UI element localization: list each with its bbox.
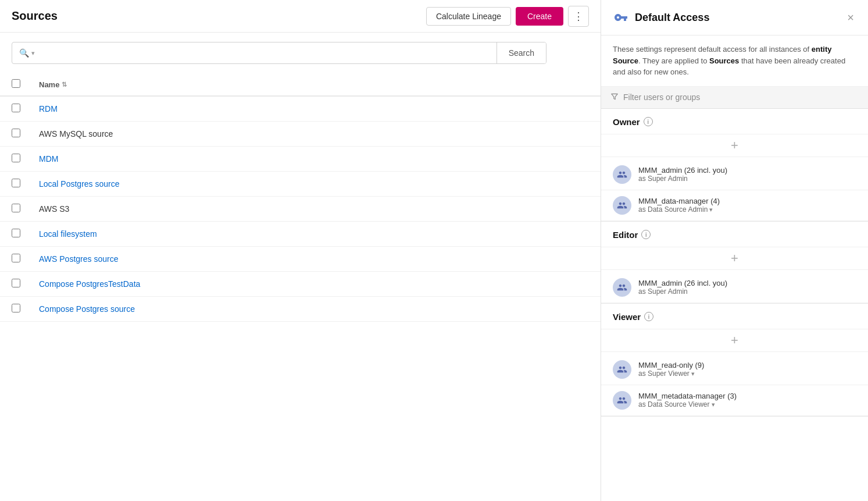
sources-table-section: Name ⇅ RDM AWS MySQL source MDM <box>0 73 601 501</box>
row-checkbox[interactable] <box>12 254 20 262</box>
search-bar: 🔍 ▾ Search <box>12 42 546 64</box>
member-row: MMM_admin (26 incl. you) as Super Admin <box>601 272 868 303</box>
name-column-label: Name <box>39 80 59 89</box>
row-checkbox-cell <box>0 272 30 297</box>
calculate-lineage-button[interactable]: Calculate Lineage <box>426 7 511 26</box>
table-row: AWS Postgres source <box>0 247 601 272</box>
header-actions: Calculate Lineage Create ⋮ <box>426 6 589 27</box>
table-row: MDM <box>0 147 601 172</box>
member-avatar <box>613 278 631 297</box>
row-name-cell: AWS Postgres source <box>30 247 601 272</box>
chevron-down-icon[interactable]: ▾ <box>709 206 713 214</box>
source-name: AWS MySQL source <box>39 129 113 138</box>
access-sections: Owner i + MMM_admin (26 incl. you) as Su… <box>601 109 868 417</box>
table-row: AWS S3 <box>0 197 601 222</box>
section-title-owner: Owner <box>613 117 640 127</box>
row-name-cell: Local Postgres source <box>30 172 601 197</box>
member-name: MMM_read-only (9) <box>638 361 856 369</box>
info-icon-owner[interactable]: i <box>644 117 653 126</box>
row-name-cell: AWS S3 <box>30 197 601 222</box>
member-info: MMM_metadata-manager (3) as Data Source … <box>638 392 856 408</box>
member-role: as Super Admin <box>638 175 856 183</box>
select-all-checkbox[interactable] <box>12 79 20 88</box>
member-name: MMM_metadata-manager (3) <box>638 392 856 400</box>
chevron-down-icon: ▾ <box>31 49 35 57</box>
panel-body: These settings represent default access … <box>601 35 868 501</box>
member-avatar <box>613 196 631 215</box>
filter-users-input[interactable] <box>623 93 859 102</box>
source-name: AWS S3 <box>39 204 69 214</box>
info-icon-editor[interactable]: i <box>641 230 651 239</box>
member-role: as Data Source Admin ▾ <box>638 205 856 214</box>
section-title-viewer: Viewer <box>613 312 641 322</box>
row-checkbox[interactable] <box>12 279 20 287</box>
add-area-editor: + <box>601 247 868 270</box>
section-owner: Owner i + MMM_admin (26 incl. you) as Su… <box>601 109 868 222</box>
search-button[interactable]: Search <box>496 42 546 63</box>
member-info: MMM_data-manager (4) as Data Source Admi… <box>638 197 856 214</box>
member-avatar <box>613 360 631 379</box>
row-name-cell: AWS MySQL source <box>30 122 601 147</box>
source-link[interactable]: Compose Postgres source <box>39 304 135 314</box>
search-input-wrapper: 🔍 ▾ <box>12 42 496 63</box>
source-link[interactable]: Local filesystem <box>39 229 97 239</box>
member-info: MMM_read-only (9) as Super Viewer ▾ <box>638 361 856 378</box>
source-link[interactable]: RDM <box>39 104 58 113</box>
chevron-down-icon[interactable]: ▾ <box>712 401 715 408</box>
member-avatar <box>613 165 631 184</box>
table-row: Compose PostgresTestData <box>0 272 601 297</box>
section-editor: Editor i + MMM_admin (26 incl. you) as S… <box>601 222 868 304</box>
search-input[interactable] <box>38 42 490 63</box>
table-row: Compose Postgres source <box>0 297 601 322</box>
row-checkbox-cell <box>0 247 30 272</box>
row-name-cell: Compose PostgresTestData <box>30 272 601 297</box>
section-header-viewer: Viewer i <box>601 304 868 326</box>
create-button[interactable]: Create <box>516 7 563 26</box>
section-divider <box>601 416 868 417</box>
row-checkbox-cell <box>0 122 30 147</box>
row-checkbox[interactable] <box>12 304 20 312</box>
panel-title: Default Access <box>635 12 709 24</box>
row-checkbox[interactable] <box>12 154 20 162</box>
source-link[interactable]: Local Postgres source <box>39 179 120 189</box>
member-role: as Data Source Viewer ▾ <box>638 400 856 408</box>
member-name: MMM_admin (26 incl. you) <box>638 279 856 287</box>
table-row: AWS MySQL source <box>0 122 601 147</box>
member-role: as Super Admin <box>638 287 856 296</box>
add-owner-button[interactable]: + <box>731 139 738 152</box>
add-editor-button[interactable]: + <box>731 252 738 265</box>
more-options-button[interactable]: ⋮ <box>568 6 589 27</box>
section-viewer: Viewer i + MMM_read-only (9) as Super Vi… <box>601 304 868 417</box>
member-row: MMM_admin (26 incl. you) as Super Admin <box>601 159 868 190</box>
table-row: Local filesystem <box>0 222 601 247</box>
table-body: RDM AWS MySQL source MDM Local Postgres … <box>0 96 601 322</box>
right-panel: Default Access × These settings represen… <box>601 0 868 501</box>
sort-icon: ⇅ <box>62 81 67 88</box>
member-info: MMM_admin (26 incl. you) as Super Admin <box>638 166 856 183</box>
sources-table: Name ⇅ RDM AWS MySQL source MDM <box>0 73 601 322</box>
th-name[interactable]: Name ⇅ <box>30 73 601 96</box>
row-checkbox[interactable] <box>12 179 20 187</box>
section-title-editor: Editor <box>613 230 638 240</box>
add-viewer-button[interactable]: + <box>731 334 738 347</box>
row-checkbox[interactable] <box>12 229 20 237</box>
info-icon-viewer[interactable]: i <box>644 312 653 321</box>
row-checkbox[interactable] <box>12 129 20 137</box>
member-row: MMM_data-manager (4) as Data Source Admi… <box>601 190 868 221</box>
row-checkbox[interactable] <box>12 104 20 112</box>
panel-icon <box>613 9 629 26</box>
row-checkbox[interactable] <box>12 204 20 212</box>
member-row: MMM_metadata-manager (3) as Data Source … <box>601 385 868 416</box>
add-area-owner: + <box>601 134 868 157</box>
source-link[interactable]: Compose PostgresTestData <box>39 279 140 289</box>
th-checkbox <box>0 73 30 96</box>
chevron-down-icon[interactable]: ▾ <box>691 370 695 378</box>
panel-header-left: Default Access <box>613 9 709 26</box>
row-checkbox-cell <box>0 197 30 222</box>
source-link[interactable]: MDM <box>39 154 58 164</box>
search-section: 🔍 ▾ Search <box>0 33 601 73</box>
row-checkbox-cell <box>0 297 30 322</box>
source-link[interactable]: AWS Postgres source <box>39 254 118 264</box>
search-filter-area[interactable]: 🔍 ▾ <box>19 48 35 58</box>
close-panel-button[interactable]: × <box>845 9 856 26</box>
